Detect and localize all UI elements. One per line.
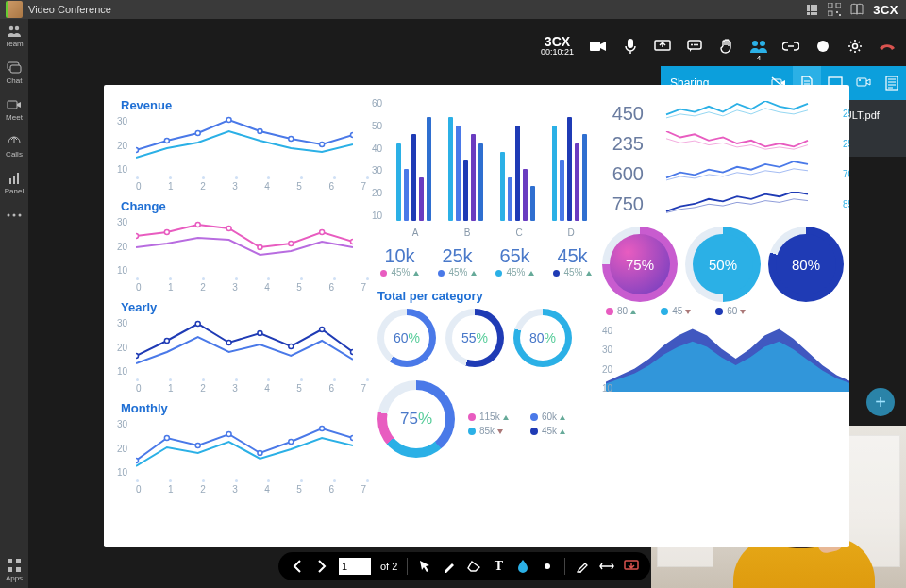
svg-rect-21 xyxy=(628,39,633,48)
record-button[interactable] xyxy=(814,37,832,56)
add-button[interactable]: + xyxy=(866,388,895,416)
color-picker[interactable] xyxy=(515,559,530,574)
total-title: Total per category xyxy=(378,289,595,303)
raise-hand-button[interactable] xyxy=(717,37,736,56)
svg-point-66 xyxy=(226,432,231,437)
svg-rect-11 xyxy=(13,176,15,184)
sidebar-item-meet[interactable]: Meet xyxy=(6,98,23,122)
sidebar-item-calls[interactable]: Calls xyxy=(6,135,23,159)
svg-point-60 xyxy=(289,344,294,349)
svg-point-56 xyxy=(164,339,169,344)
svg-point-41 xyxy=(195,131,200,136)
sidebar-label: Panel xyxy=(5,187,24,195)
svg-point-45 xyxy=(320,143,325,147)
share-pdf-tab[interactable] xyxy=(878,66,906,100)
stop-share-button[interactable] xyxy=(624,559,639,574)
svg-point-6 xyxy=(15,26,19,30)
svg-point-46 xyxy=(351,133,354,138)
pointer-tool[interactable] xyxy=(417,559,432,574)
svg-point-68 xyxy=(289,440,294,445)
team-icon xyxy=(7,25,22,38)
settings-button[interactable] xyxy=(846,37,864,56)
more-icon xyxy=(7,209,22,222)
qr-icon[interactable] xyxy=(828,3,841,16)
stage: 3CX 00:10:21 4 Sharing get_s xyxy=(28,19,906,588)
chart-title-yearly: Yearly xyxy=(121,300,366,314)
link-button[interactable] xyxy=(781,37,800,56)
brand-logo: 3CX xyxy=(873,3,898,17)
svg-point-5 xyxy=(9,26,13,30)
svg-point-28 xyxy=(760,41,765,46)
left-rail: Team Chat Meet Calls Panel Apps xyxy=(0,19,28,588)
sidebar-item-team[interactable]: Team xyxy=(5,25,24,48)
hangup-button[interactable] xyxy=(878,37,897,56)
svg-point-55 xyxy=(136,354,139,359)
svg-rect-17 xyxy=(16,559,21,563)
svg-rect-1 xyxy=(836,3,841,8)
svg-point-70 xyxy=(351,436,354,441)
svg-point-64 xyxy=(164,436,169,441)
sidebar-item-more[interactable] xyxy=(7,209,22,222)
svg-point-35 xyxy=(859,79,861,81)
svg-point-39 xyxy=(136,148,139,153)
conference-toolbar: 3CX 00:10:21 4 xyxy=(531,32,906,60)
sidebar-label: Chat xyxy=(7,76,23,85)
svg-point-42 xyxy=(226,118,231,123)
svg-point-63 xyxy=(136,459,139,463)
svg-point-59 xyxy=(258,331,262,336)
panel-icon xyxy=(7,172,22,185)
svg-point-24 xyxy=(691,44,693,46)
svg-point-67 xyxy=(258,451,262,456)
call-timer: 3CX 00:10:21 xyxy=(541,36,574,57)
highlighter-tool[interactable] xyxy=(575,559,590,574)
svg-point-29 xyxy=(817,41,829,52)
chat-icon xyxy=(7,61,22,75)
chat-button[interactable] xyxy=(685,37,704,56)
svg-rect-20 xyxy=(590,42,600,51)
book-icon[interactable] xyxy=(850,3,864,16)
share-screen-button[interactable] xyxy=(653,37,672,56)
svg-rect-0 xyxy=(828,3,832,8)
svg-point-69 xyxy=(320,427,325,431)
svg-rect-8 xyxy=(10,65,21,73)
sidebar-item-apps[interactable]: Apps xyxy=(6,559,23,582)
sidebar-label: Meet xyxy=(6,113,23,122)
sidebar-label: Apps xyxy=(6,574,23,582)
fit-width-button[interactable] xyxy=(599,559,614,574)
sidebar-item-panel[interactable]: Panel xyxy=(5,172,24,195)
mic-toggle[interactable] xyxy=(621,37,640,56)
svg-point-47 xyxy=(136,234,139,239)
svg-rect-9 xyxy=(8,101,17,109)
participants-button[interactable]: 4 xyxy=(749,37,768,56)
svg-point-13 xyxy=(8,214,10,217)
stroke-width[interactable] xyxy=(540,559,555,574)
svg-point-40 xyxy=(164,139,169,143)
svg-point-53 xyxy=(320,230,325,235)
eraser-tool[interactable] xyxy=(466,559,481,574)
next-page-button[interactable] xyxy=(314,559,329,574)
svg-rect-3 xyxy=(836,11,838,13)
svg-point-30 xyxy=(853,44,858,49)
prev-page-button[interactable] xyxy=(290,559,305,574)
svg-rect-34 xyxy=(857,78,866,86)
share-whiteboard-tab[interactable] xyxy=(849,66,878,100)
svg-rect-18 xyxy=(8,567,12,572)
sidebar-label: Calls xyxy=(6,150,23,159)
svg-rect-10 xyxy=(9,178,11,184)
svg-point-52 xyxy=(289,242,294,246)
page-number-input[interactable] xyxy=(339,558,371,575)
pen-tool[interactable] xyxy=(442,559,457,574)
svg-point-26 xyxy=(696,44,698,46)
sidebar-item-chat[interactable]: Chat xyxy=(7,61,23,85)
svg-rect-19 xyxy=(16,567,21,572)
grid-icon[interactable] xyxy=(805,3,818,16)
svg-point-15 xyxy=(19,214,22,217)
svg-point-44 xyxy=(289,137,294,142)
svg-point-58 xyxy=(226,341,231,345)
page-total-label: of 2 xyxy=(380,561,397,572)
camera-toggle[interactable] xyxy=(589,37,608,56)
chart-title-change: Change xyxy=(121,199,366,213)
avatar[interactable] xyxy=(6,1,23,18)
page-toolbar: of 2 T xyxy=(278,552,650,580)
text-tool[interactable]: T xyxy=(491,559,506,574)
